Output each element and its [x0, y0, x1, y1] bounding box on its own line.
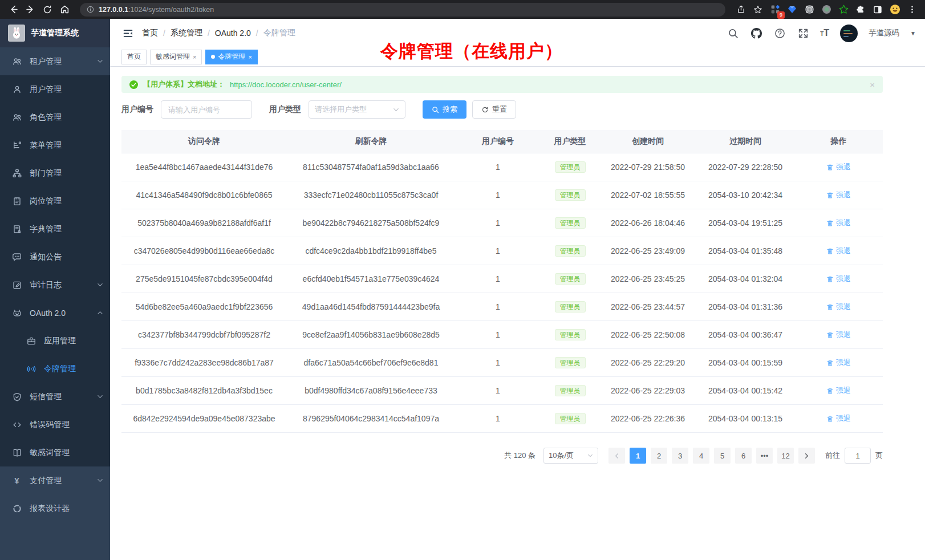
alert-close-icon[interactable]: ×: [870, 80, 875, 90]
puzzle-extension-icon[interactable]: [853, 2, 868, 17]
command-extension-icon[interactable]: [802, 2, 817, 17]
font-size-icon[interactable]: TT: [820, 28, 829, 38]
sidebar: 芋道管理系统 租户管理用户管理角色管理菜单管理部门管理岗位管理字典管理通知公告审…: [0, 19, 110, 560]
sidebar-item-sms[interactable]: 短信管理: [0, 383, 110, 411]
help-icon[interactable]: [773, 27, 786, 39]
hamburger-icon[interactable]: [118, 23, 137, 43]
table-row: 6d842e2924594de9a09e45e087323abe8796295f…: [121, 405, 883, 433]
breadcrumb-system[interactable]: 系统管理: [171, 28, 202, 38]
user-id-input[interactable]: [161, 100, 252, 119]
page-button-3[interactable]: 3: [672, 448, 688, 464]
username[interactable]: 芋道源码: [869, 28, 899, 38]
table-row: c347026e805e4d99b0d116eae66eda8ccdfc4ce9…: [121, 237, 883, 265]
side-panel-icon[interactable]: [870, 2, 885, 17]
expire-time-cell: 2054-03-04 00:15:59: [696, 349, 794, 376]
force-logout-button[interactable]: 强退: [826, 413, 851, 424]
app-logo-row[interactable]: 芋道管理系统: [0, 19, 110, 47]
reload-icon[interactable]: [40, 2, 55, 17]
gem-extension-icon[interactable]: [785, 2, 800, 17]
app-icon: [26, 336, 36, 346]
reset-button[interactable]: 重置: [472, 100, 516, 119]
oauth-icon: [12, 308, 22, 318]
refresh-token-cell: cdfc4ce9c2da4bb1bdf21b9918ff4be5: [287, 237, 455, 265]
sidebar-item-user[interactable]: 用户管理: [0, 75, 110, 103]
force-logout-button[interactable]: 强退: [826, 385, 851, 396]
extension-grid-icon[interactable]: 9: [768, 2, 782, 17]
chevron-down-icon: [97, 282, 103, 288]
user-type-cell: 管理员: [541, 377, 599, 404]
star-extension-icon[interactable]: [836, 2, 851, 17]
share-icon[interactable]: [733, 2, 748, 17]
forward-icon[interactable]: [23, 2, 38, 17]
sidebar-item-report[interactable]: 报表设计器: [0, 494, 110, 522]
force-logout-button[interactable]: 强退: [826, 162, 851, 172]
prev-page-button[interactable]: [608, 448, 625, 464]
alert-text: 【用户体系】文档地址：: [143, 79, 225, 90]
page-button-4[interactable]: 4: [693, 448, 709, 464]
browser-menu-icon[interactable]: [904, 2, 919, 17]
close-icon[interactable]: ×: [193, 54, 196, 60]
doc-link[interactable]: https://doc.iocoder.cn/user-center/: [230, 80, 342, 89]
sidebar-item-org[interactable]: 部门管理: [0, 159, 110, 187]
force-logout-button[interactable]: 强退: [826, 358, 851, 368]
breadcrumb-oauth[interactable]: OAuth 2.0: [215, 29, 251, 38]
user-dropdown-caret-icon[interactable]: ▼: [910, 30, 916, 36]
sidebar-item-app[interactable]: 应用管理: [0, 327, 110, 355]
search-icon[interactable]: [727, 27, 739, 39]
search-button[interactable]: 搜索: [423, 100, 466, 119]
record-extension-icon[interactable]: [819, 2, 834, 17]
sidebar-item-token[interactable]: 令牌管理: [0, 355, 110, 383]
chevron-down-icon: [97, 58, 103, 64]
total-count: 共 120 条: [504, 451, 535, 461]
access-token-cell: c347026e805e4d99b0d116eae66eda8c: [121, 237, 287, 265]
force-logout-button[interactable]: 强退: [826, 330, 851, 340]
home-icon[interactable]: [57, 2, 72, 17]
sidebar-item-dict[interactable]: 字典管理: [0, 215, 110, 243]
force-logout-button[interactable]: 强退: [826, 190, 851, 200]
tab-sensitive-words[interactable]: 敏感词管理 ×: [150, 50, 202, 64]
sidebar-item-roles[interactable]: 角色管理: [0, 103, 110, 131]
more-pages-button[interactable]: •••: [756, 448, 773, 464]
page-button-5[interactable]: 5: [714, 448, 731, 464]
created-time-cell: 2022-07-02 18:55:55: [599, 181, 696, 209]
sidebar-item-notice[interactable]: 通知公告: [0, 243, 110, 271]
force-logout-button[interactable]: 强退: [826, 302, 851, 312]
avatar[interactable]: [840, 25, 858, 42]
pay-icon: ¥: [12, 476, 22, 485]
token-icon: [26, 364, 36, 374]
force-logout-button[interactable]: 强退: [826, 218, 851, 228]
page-button-12[interactable]: 12: [777, 448, 794, 464]
page-button-2[interactable]: 2: [651, 448, 667, 464]
fullscreen-icon[interactable]: [797, 27, 809, 39]
sidebar-item-code[interactable]: 错误码管理: [0, 411, 110, 439]
force-logout-button[interactable]: 强退: [826, 274, 851, 284]
bookmark-star-icon[interactable]: [750, 2, 765, 17]
page-size-select[interactable]: 10条/页: [543, 448, 598, 464]
sidebar-item-tenants[interactable]: 租户管理: [0, 47, 110, 75]
back-icon[interactable]: [6, 2, 21, 17]
tab-token-management[interactable]: 令牌管理 ×: [205, 50, 257, 64]
user-type-select[interactable]: 请选择用户类型: [309, 100, 405, 119]
breadcrumb-home[interactable]: 首页: [142, 28, 158, 38]
sidebar-item-oauth[interactable]: OAuth 2.0: [0, 299, 110, 327]
goto-page-input[interactable]: [845, 448, 871, 464]
page-button-1[interactable]: 1: [630, 448, 646, 464]
page-button-6[interactable]: 6: [735, 448, 752, 464]
sidebar-item-book[interactable]: 敏感词管理: [0, 439, 110, 466]
refresh-token-cell: be90422b8c7946218275a508bf524fc9: [287, 209, 455, 237]
force-logout-button[interactable]: 强退: [826, 246, 851, 256]
created-time-cell: 2022-06-25 22:29:03: [599, 377, 696, 404]
sidebar-item-audit[interactable]: 审计日志: [0, 271, 110, 299]
tab-home[interactable]: 首页: [121, 50, 147, 64]
close-icon[interactable]: ×: [248, 54, 251, 60]
sidebar-item-tree[interactable]: 菜单管理: [0, 131, 110, 159]
user-type-tag: 管理员: [555, 245, 586, 257]
profile-avatar-icon[interactable]: [887, 2, 902, 17]
site-info-icon[interactable]: [87, 6, 94, 13]
user-type-tag: 管理员: [555, 189, 586, 201]
address-bar[interactable]: 127.0.0.1:1024/system/oauth2/token: [80, 3, 725, 17]
next-page-button[interactable]: [798, 448, 815, 464]
github-icon[interactable]: [750, 27, 762, 39]
sidebar-item-post[interactable]: 岗位管理: [0, 187, 110, 215]
sidebar-item-pay[interactable]: ¥支付管理: [0, 466, 110, 494]
